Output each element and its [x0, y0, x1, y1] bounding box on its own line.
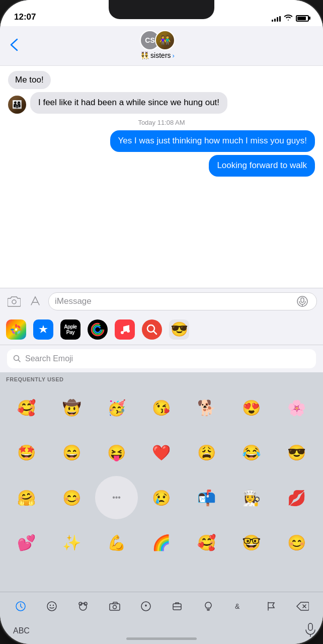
emoji-sparkles[interactable]: ✨: [50, 521, 93, 564]
emoji-search-input[interactable]: Search Emoji: [7, 349, 316, 368]
mic-button[interactable]: [305, 623, 316, 639]
svg-point-24: [50, 604, 51, 605]
bubble-feel-like: I feel like it had been a while since we…: [30, 92, 227, 114]
conversation-header: CS 👫 👯 sisters ›: [0, 26, 323, 66]
emoji-lips[interactable]: 💋: [275, 476, 318, 519]
back-button[interactable]: [8, 36, 20, 53]
message-me-too: Me too!: [8, 71, 315, 89]
msg-text-me-too: Me too!: [15, 75, 44, 85]
music-app-icon[interactable]: [115, 319, 135, 340]
emoji-joy[interactable]: 😂: [230, 431, 273, 474]
smiley-icon[interactable]: [43, 597, 61, 615]
svg-rect-41: [308, 623, 312, 630]
svg-line-21: [19, 360, 21, 362]
svg-rect-29: [110, 604, 120, 610]
message-sent-thinking: Yes I was just thinking how much I miss …: [8, 130, 315, 152]
camera-bottom-icon[interactable]: [106, 597, 124, 615]
emoji-sad[interactable]: 😩: [185, 431, 228, 474]
app-row: ApplePay: [0, 314, 323, 345]
applepay-app-icon[interactable]: ApplePay: [60, 319, 80, 340]
emoji-search-bar: Search Emoji: [0, 345, 323, 372]
emoji-sob[interactable]: 😢: [140, 476, 183, 519]
svg-point-0: [12, 300, 16, 304]
emoji-blowing-kiss[interactable]: 😘: [140, 386, 183, 429]
header-avatars: CS 👫: [140, 30, 175, 50]
emoji-bicep[interactable]: 💪: [95, 521, 138, 564]
emoji-sunglasses[interactable]: 😎: [275, 431, 318, 474]
appstore-app-icon[interactable]: [33, 319, 53, 340]
memoji-cell-9[interactable]: •••: [95, 476, 138, 519]
flag-icon[interactable]: [262, 597, 280, 615]
bubble-thinking: Yes I was just thinking how much I miss …: [110, 130, 315, 152]
messages-area: Me too! 👨‍👩‍👧 I feel like it had been a …: [0, 66, 323, 288]
battery-icon: [296, 15, 309, 22]
memoji-cell-8[interactable]: 😊: [50, 476, 93, 519]
voice-button[interactable]: [294, 293, 310, 309]
msg-text-feel-like: I feel like it had been a while since we…: [38, 98, 219, 107]
avatar-initials: CS: [145, 36, 154, 44]
wifi-icon: [284, 14, 293, 22]
delete-key[interactable]: [293, 597, 311, 615]
emoji-flower[interactable]: 🌸: [275, 386, 318, 429]
sender-avatar: 👨‍👩‍👧: [8, 96, 26, 114]
svg-marker-32: [145, 604, 147, 607]
emoji-rainbow[interactable]: 🌈: [140, 521, 183, 564]
chevron-right-icon: ›: [173, 52, 175, 59]
memoji-cell-2[interactable]: 🤠: [50, 386, 93, 429]
header-center[interactable]: CS 👫 👯 sisters ›: [140, 30, 175, 59]
svg-point-23: [47, 602, 56, 611]
emoji-mailbox[interactable]: 📬: [185, 476, 228, 519]
emoji-chef[interactable]: 👩‍🍳: [230, 476, 273, 519]
emoji-smiling[interactable]: 😊: [275, 521, 318, 564]
status-icons: [272, 14, 309, 23]
photos-app-icon[interactable]: [6, 319, 26, 340]
svg-line-19: [154, 331, 157, 334]
bubble-walk: Looking forward to walk: [209, 155, 315, 177]
abc-button[interactable]: ABC: [7, 623, 36, 638]
memoji-cell-5[interactable]: 😄: [50, 431, 93, 474]
emoji-grid: 🥰 🤠 🥳 😘 🐕 😍 🌸 🤩 😄 😝 ❤️ 😩 😂 😎: [5, 386, 318, 565]
svg-point-16: [121, 331, 124, 334]
svg-point-25: [53, 604, 54, 605]
avatar-photo: 👫: [155, 30, 175, 50]
phone-screen: 12:07: [0, 0, 323, 644]
phone-frame: 12:07: [0, 0, 323, 644]
memoji-cell-6[interactable]: 😝: [95, 431, 138, 474]
emoji-dog[interactable]: 🐕: [185, 386, 228, 429]
symbols-icon[interactable]: &: [230, 597, 249, 615]
emoji-nerd[interactable]: 🤓: [230, 521, 273, 564]
recent-icon[interactable]: [12, 597, 30, 615]
svg-point-26: [79, 603, 87, 610]
search-icon: [13, 355, 21, 363]
gboard-app-icon[interactable]: [142, 319, 162, 340]
memoji-app-icon[interactable]: 😎: [169, 319, 189, 340]
emoji-keyboard: FREQUENTLY USED 🥰 🤠 🥳 😘 🐕 😍 🌸 🤩 😄 😝 ❤️: [0, 372, 323, 592]
imessage-placeholder: iMessage: [55, 296, 92, 306]
memoji-cell-3[interactable]: 🥳: [95, 386, 138, 429]
notch: [109, 0, 214, 19]
bubble-me-too: Me too!: [8, 71, 51, 89]
travel-icon[interactable]: [168, 597, 186, 615]
group-emoji: 👯: [140, 51, 149, 59]
bulb-icon[interactable]: [199, 597, 217, 615]
group-name: 👯 sisters ›: [140, 51, 175, 59]
activity-app-icon[interactable]: [88, 319, 108, 340]
camera-button[interactable]: [6, 293, 22, 309]
home-indicator: [126, 637, 197, 640]
contact-name-label: sisters: [150, 51, 171, 59]
message-timestamp: Today 11:08 AM: [8, 119, 315, 126]
memoji-cell-7[interactable]: 🤗: [5, 476, 48, 519]
bear-icon[interactable]: [74, 597, 92, 615]
appstore-button[interactable]: [27, 293, 43, 309]
emoji-heart-face[interactable]: 🥰: [185, 521, 228, 564]
memoji-cell-4[interactable]: 🤩: [5, 431, 48, 474]
memoji-cell-1[interactable]: 🥰: [5, 386, 48, 429]
soccer-icon[interactable]: [137, 597, 155, 615]
imessage-input[interactable]: iMessage: [48, 292, 317, 310]
abc-row: ABC: [0, 620, 323, 644]
signal-bar-4: [279, 16, 281, 22]
emoji-red-heart[interactable]: ❤️: [140, 431, 183, 474]
emoji-heart-eyes[interactable]: 😍: [230, 386, 273, 429]
emoji-sparkling-heart[interactable]: 💕: [5, 521, 48, 564]
status-time: 12:07: [14, 12, 36, 23]
